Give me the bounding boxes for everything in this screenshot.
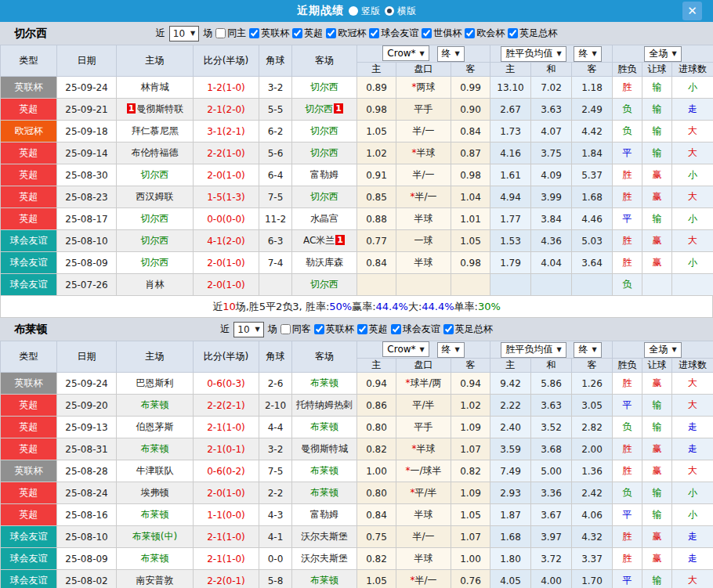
- home-team-cell: 切尔西: [117, 252, 194, 274]
- avg-home-cell: 1.80: [490, 548, 531, 570]
- goals-result-cell: 小: [672, 504, 713, 526]
- league-checkbox[interactable]: [391, 324, 401, 334]
- away-team-cell: 富勒姆: [292, 164, 357, 186]
- avg-final-dropdown[interactable]: 终 ▼: [574, 342, 601, 358]
- handicap-result-cell: 赢: [642, 460, 672, 482]
- radio-button-icon[interactable]: [349, 6, 358, 16]
- match-row: 英超25-08-31布莱顿2-1(0-1)3-2曼彻斯特城0.82*半球1.07…: [1, 438, 713, 460]
- competition-cell: 球会友谊: [1, 570, 57, 588]
- filter-row: 切尔西 近 10 ▼ 场 同主 英联杯英超欧冠杯球会友谊世俱杯欧会杯英足总杯: [0, 22, 713, 45]
- avg-final-dropdown[interactable]: 终 ▼: [574, 46, 601, 62]
- league-option[interactable]: 欧冠杯: [326, 27, 367, 40]
- league-label: 球会友谊: [381, 27, 418, 40]
- layout-option-vertical[interactable]: 竖版: [349, 5, 380, 18]
- league-checkbox[interactable]: [292, 28, 302, 38]
- league-checkbox[interactable]: [249, 28, 259, 38]
- summary-text: 44.4%: [376, 301, 408, 312]
- date-cell: 25-09-24: [57, 373, 117, 395]
- match-count-select[interactable]: 10 ▼: [233, 322, 263, 337]
- match-count-select[interactable]: 10 ▼: [169, 26, 199, 41]
- score-cell: 2-0(1-0): [194, 164, 259, 186]
- handicap-cell: *半/一: [396, 186, 451, 208]
- sub-header-goals: 进球数: [672, 63, 713, 77]
- away-team-cell: 切尔西: [292, 274, 357, 296]
- same-venue-checkbox[interactable]: [280, 324, 291, 334]
- league-checkbox[interactable]: [357, 324, 367, 334]
- avg-draw-cell: 3.75: [531, 142, 572, 164]
- league-option[interactable]: 英足总杯: [508, 27, 558, 40]
- avg-group-header: 胜平负均值 ▼ 终 ▼: [490, 45, 613, 63]
- handicap-cell: *两球: [396, 77, 451, 99]
- avg-dropdown[interactable]: 胜平负均值 ▼: [501, 342, 566, 358]
- same-venue-label: 同客: [292, 323, 311, 336]
- bookmaker-dropdown[interactable]: Crow* ▼: [382, 341, 429, 357]
- corner-cell: 6-3: [259, 230, 292, 252]
- close-button[interactable]: ✕: [682, 2, 702, 20]
- handicap-cell: 平手: [396, 99, 451, 121]
- league-checkbox[interactable]: [314, 324, 324, 334]
- bookmaker-dropdown[interactable]: Crow* ▼: [382, 45, 429, 61]
- league-checkbox[interactable]: [422, 28, 432, 38]
- league-checkbox[interactable]: [369, 28, 379, 38]
- corner-cell: 0-0: [259, 548, 292, 570]
- avg-dropdown[interactable]: 胜平负均值 ▼: [501, 46, 566, 62]
- layout-option-horizontal[interactable]: 横版: [385, 5, 416, 18]
- league-checkbox[interactable]: [443, 324, 454, 334]
- league-checkbox[interactable]: [465, 28, 475, 38]
- goals-result-cell: [672, 274, 713, 296]
- scope-group-header: 全场 ▼: [613, 341, 713, 359]
- league-option[interactable]: 英超: [357, 323, 389, 336]
- results-body: 英联杯25-09-24林肯城1-2(1-0)3-2切尔西0.89*两球0.991…: [1, 77, 713, 296]
- odds-home-cell: 0.75: [357, 526, 396, 548]
- date-cell: 25-08-24: [57, 482, 117, 504]
- league-option[interactable]: 英超: [292, 27, 324, 40]
- league-option[interactable]: 英联杯: [314, 323, 355, 336]
- summary-text: 单率:: [454, 300, 478, 314]
- avg-away-cell: 1.68: [572, 186, 613, 208]
- avg-home-cell: 9.42: [490, 373, 531, 395]
- league-checkbox[interactable]: [326, 28, 336, 38]
- same-venue-option[interactable]: 同主: [215, 27, 247, 40]
- sub-header-handicap: 盘口: [396, 359, 451, 373]
- corner-cell: 4-4: [259, 417, 292, 438]
- goals-result-cell: 走: [672, 548, 713, 570]
- goals-result-cell: 走: [672, 526, 713, 548]
- league-option[interactable]: 球会友谊: [369, 27, 419, 40]
- same-venue-option[interactable]: 同客: [280, 323, 312, 336]
- home-team-cell: 切尔西: [117, 230, 194, 252]
- same-venue-checkbox[interactable]: [215, 28, 226, 38]
- team-name: 布莱顿: [14, 323, 47, 337]
- league-checkbox[interactable]: [508, 28, 518, 38]
- odds-away-cell: 0.90: [451, 99, 490, 121]
- avg-home-cell: 4.16: [490, 142, 531, 164]
- league-option[interactable]: 球会友谊: [391, 323, 441, 336]
- handicap-result-cell: 赢: [642, 438, 672, 460]
- corner-cell: 2-10: [259, 395, 292, 417]
- league-option[interactable]: 英联杯: [249, 27, 290, 40]
- odds-home-cell: 0.88: [357, 208, 396, 230]
- corner-cell: 4-3: [259, 504, 292, 526]
- league-option[interactable]: 欧会杯: [465, 27, 505, 40]
- odds-home-cell: 0.84: [357, 252, 396, 274]
- radio-button-icon[interactable]: [385, 6, 394, 16]
- competition-cell: 英超: [1, 99, 57, 121]
- col-header-corner: 角球: [259, 341, 292, 373]
- goals-result-cell: 大: [672, 121, 713, 142]
- final-odds-dropdown[interactable]: 终 ▼: [437, 342, 465, 358]
- outcome-cell: 负: [613, 121, 642, 142]
- handicap-result-cell: 输: [642, 208, 672, 230]
- odds-away-cell: 0.94: [451, 373, 490, 395]
- home-team-cell: 西汉姆联: [117, 186, 194, 208]
- league-option[interactable]: 世俱杯: [422, 27, 462, 40]
- goals-result-cell: 大: [672, 142, 713, 164]
- avg-away-cell: 3.64: [572, 252, 613, 274]
- goals-result-cell: 走: [672, 99, 713, 121]
- league-option[interactable]: 英足总杯: [443, 323, 494, 336]
- scope-dropdown[interactable]: 全场 ▼: [644, 46, 681, 62]
- avg-home-cell: 1.53: [490, 230, 531, 252]
- avg-away-cell: 3.37: [572, 548, 613, 570]
- final-odds-dropdown[interactable]: 终 ▼: [437, 46, 465, 62]
- league-label: 英超: [369, 323, 388, 336]
- scope-dropdown[interactable]: 全场 ▼: [644, 342, 681, 358]
- corner-cell: 2-6: [259, 373, 292, 395]
